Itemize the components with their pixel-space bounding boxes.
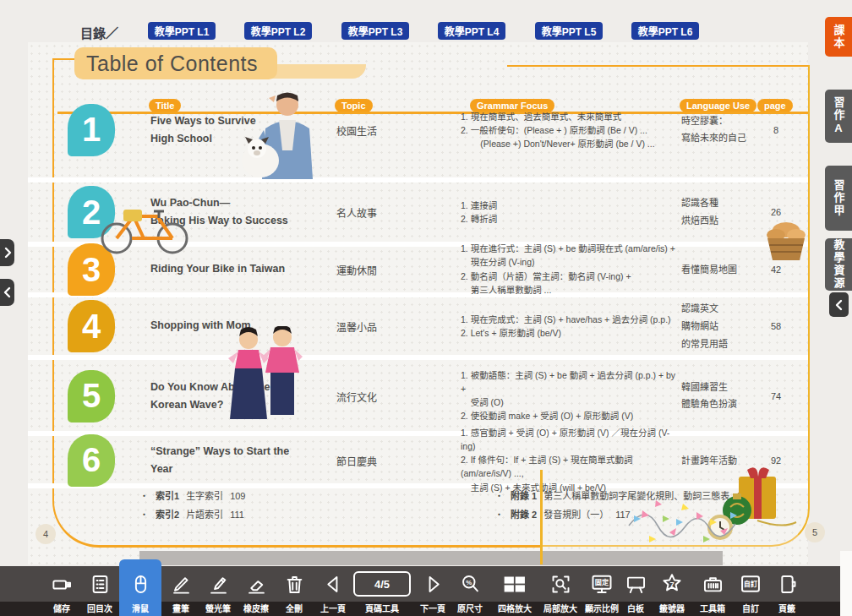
page-number-tool[interactable]: 4/5 頁碼工具 (352, 566, 412, 616)
party-lights-decoration (625, 492, 740, 551)
unit-1-page-number: 8 (757, 125, 795, 135)
table-of-contents-title: Table of Contents (74, 47, 277, 79)
teaching-ppt-l4-button[interactable]: 教學PPT L4 (438, 22, 505, 40)
toc-row-unit-1: 1 Five Ways to Survive High School 校園生活 … (0, 82, 852, 177)
index-page: 109 (230, 491, 245, 501)
next-page-button[interactable]: 下一頁 (413, 566, 452, 616)
tab-workbook-jia[interactable]: 習作甲 (825, 166, 852, 231)
area-zoom-button[interactable]: 局部放大 (538, 566, 582, 616)
unit-6-grammar-focus: 1. 感官動詞 + 受詞 (O) + 原形動詞 (V) ／現在分詞 (V-ing… (461, 426, 682, 494)
toc-row-unit-4: 4 Shopping with Mom 溫馨小品 1. 現在完成式：主詞 (S)… (0, 297, 852, 355)
appendix-label: 附錄 2 (511, 507, 537, 521)
tab-workbook-a[interactable]: 習作A (825, 90, 852, 143)
index-label: 索引1 (156, 488, 179, 502)
unit-5-page-number: 74 (757, 391, 795, 401)
unit-5-language-use: 韓國練習生 體驗角色扮演 (681, 379, 757, 414)
unit-5-topic: 流行文化 (336, 389, 412, 403)
appendix-text: 發音規則（一） (543, 507, 609, 521)
bullet: ・ (494, 488, 504, 502)
whiteboard-button[interactable]: 白板 (617, 566, 654, 616)
appendix-label: 附錄 1 (511, 488, 537, 502)
save-button[interactable]: 儲存 (42, 566, 81, 616)
index-1-line: ・索引1生字索引109 (139, 488, 245, 502)
teaching-ppt-l6-button[interactable]: 教學PPT L6 (631, 22, 699, 40)
page-scroll-bar[interactable] (139, 551, 723, 565)
unit-6-number-badge: 6 (68, 434, 115, 487)
bottom-toolbar: 儲存 回目次 滑鼠 畫筆 螢光筆 橡皮擦 全刪 上一頁 (0, 566, 852, 616)
bullet: ・ (139, 488, 149, 502)
next-page-icon (422, 566, 445, 602)
toolbox-button[interactable]: 工具箱 (691, 566, 734, 616)
delete-all-button[interactable]: 全刪 (275, 566, 314, 616)
bullet: ・ (139, 507, 149, 521)
previous-page-button[interactable]: 上一頁 (314, 566, 352, 616)
index-text: 生字索引 (186, 488, 223, 502)
unit-number: 1 (82, 111, 101, 149)
star-icon: 7 (660, 566, 684, 602)
mouse-tool-button[interactable]: 滑鼠 (119, 559, 161, 616)
teaching-ppt-l3-button[interactable]: 教學PPT L3 (341, 22, 409, 40)
highlighter-icon (207, 566, 230, 602)
svg-text:自訂: 自訂 (744, 580, 758, 588)
prev-page-icon (322, 566, 345, 602)
page-tabs-button[interactable]: 頁籤 (767, 566, 806, 616)
number-picker-button[interactable]: 7 籤號器 (653, 566, 691, 616)
teaching-ppt-l5-button[interactable]: 教學PPT L5 (535, 22, 603, 40)
unit-5-grammar-focus: 1. 被動語態：主詞 (S) + be 動詞 + 過去分詞 (p.p.) + b… (461, 368, 682, 423)
tab-teaching-resources[interactable]: 教學資源 (825, 238, 852, 291)
row-separator (28, 355, 808, 360)
four-grid-icon (502, 566, 527, 602)
collapse-right-tabs-button[interactable] (829, 292, 849, 317)
unit-3-topic: 運動休閒 (336, 263, 412, 277)
tab-textbook[interactable]: 課本 (825, 17, 852, 57)
bicycle-photo (91, 191, 197, 257)
page-indicator[interactable]: 4/5 (353, 571, 411, 597)
highlighter-tool-button[interactable]: 螢光筆 (199, 566, 238, 616)
index-text: 片語索引 (186, 507, 223, 521)
expand-left-panel-button[interactable] (0, 239, 14, 266)
custom-case-icon: 自訂 (739, 566, 762, 602)
unit-3-title: Riding Your Bike in Taiwan (150, 260, 311, 278)
unit-number: 6 (82, 441, 101, 479)
book-tab-icon (776, 566, 799, 602)
trash-icon (283, 566, 306, 602)
pen-tool-button[interactable]: 畫筆 (161, 566, 200, 616)
chevron-left-icon (3, 286, 12, 298)
unit-number: 5 (82, 377, 101, 415)
unit-3-grammar-focus: 1. 現在進行式：主詞 (S) + be 動詞現在式 (am/are/is) +… (461, 242, 682, 297)
custom-button[interactable]: 自訂 自訂 (732, 566, 769, 616)
toc-row-unit-5: 5 Do You Know About the Korean Wave? 流行文… (0, 361, 852, 431)
toc-icon (89, 566, 112, 602)
unit-4-language-use: 認識英文 購物網站 的常見用語 (681, 300, 757, 353)
bread-basket-photo (761, 211, 811, 264)
chevron-left-icon (835, 299, 844, 311)
back-to-toc-button[interactable]: 回目次 (80, 566, 119, 616)
teaching-ppt-l2-button[interactable]: 教學PPT L2 (244, 22, 312, 40)
unit-number: 4 (82, 308, 101, 346)
mouse-icon (129, 566, 152, 602)
hanbok-couple-photo (221, 326, 310, 434)
page-spine-line (540, 470, 543, 564)
zoom-percent-icon: % (459, 566, 482, 602)
original-size-button[interactable]: % 原尺寸 (449, 566, 491, 616)
svg-text:7: 7 (669, 581, 674, 589)
eraser-icon (245, 566, 268, 602)
pen-icon (170, 566, 193, 602)
monitor-icon: 固定 (590, 566, 614, 602)
unit-5-number-badge: 5 (68, 370, 115, 422)
unit-4-number-badge: 4 (68, 300, 115, 352)
area-zoom-icon (549, 566, 572, 602)
index-label: 索引2 (156, 507, 179, 521)
chevron-right-icon (3, 247, 12, 259)
page-top-line-right (507, 65, 808, 67)
svg-text:%: % (466, 578, 472, 586)
collapse-left-panel-button[interactable] (0, 279, 14, 306)
bullet: ・ (494, 507, 504, 521)
unit-3-page-number: 42 (757, 264, 795, 275)
page-number-left: 4 (36, 524, 56, 544)
teaching-ppt-l1-button[interactable]: 教學PPT L1 (148, 22, 216, 40)
svg-text:固定: 固定 (595, 578, 609, 586)
four-grid-zoom-button[interactable]: 四格放大 (493, 566, 537, 616)
eraser-tool-button[interactable]: 橡皮擦 (237, 566, 276, 616)
page-title: 目錄／ (80, 24, 118, 41)
